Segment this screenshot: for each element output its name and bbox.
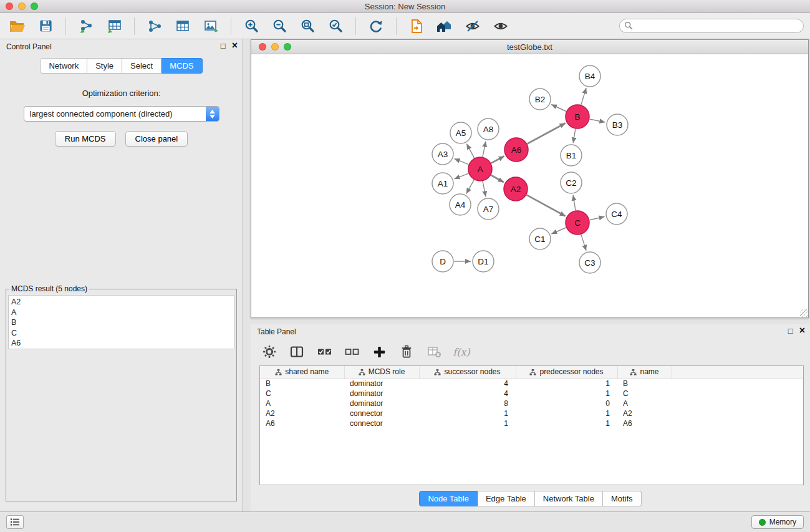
table-settings-button[interactable]: [261, 343, 278, 360]
graph-edge-C-C2[interactable]: [573, 195, 576, 210]
table-cell[interactable]: 4: [419, 379, 516, 389]
mcds-result-item[interactable]: A: [11, 307, 234, 318]
run-mcds-button[interactable]: Run MCDS: [55, 131, 116, 147]
graph-edge-A-A7[interactable]: [483, 181, 486, 197]
table-row[interactable]: A6connector11A6: [260, 418, 803, 428]
table-row[interactable]: Adominator80A: [260, 399, 803, 409]
table-cell[interactable]: 1: [516, 418, 617, 428]
network-zoom-button[interactable]: [284, 43, 291, 51]
graph-node-D[interactable]: D: [432, 251, 453, 272]
graph-node-A1[interactable]: A1: [432, 173, 453, 194]
graph-node-D1[interactable]: D1: [473, 251, 494, 272]
close-panel-button[interactable]: Close panel: [125, 131, 188, 147]
column-header-successor-nodes[interactable]: successor nodes: [419, 366, 516, 379]
zoom-fit-button[interactable]: [296, 16, 319, 37]
graph-edge-C-C4[interactable]: [590, 216, 605, 220]
export-table-button[interactable]: [171, 16, 194, 37]
graphics-details-button[interactable]: [461, 16, 484, 37]
graph-node-B3[interactable]: B3: [607, 114, 628, 135]
graph-node-A[interactable]: A: [468, 157, 492, 181]
criterion-dropdown[interactable]: largest connected component (directed): [24, 106, 219, 122]
table-cell[interactable]: 8: [419, 399, 516, 409]
float-table-panel-icon[interactable]: □: [788, 327, 793, 335]
export-network-button[interactable]: [143, 16, 166, 37]
table-cell[interactable]: connector: [344, 418, 419, 428]
table-cell[interactable]: C: [260, 389, 344, 399]
graph-edge-B-B4[interactable]: [581, 88, 586, 105]
mcds-result-item[interactable]: B: [11, 317, 234, 328]
function-builder-button[interactable]: f(x): [453, 343, 470, 360]
home-button[interactable]: [433, 16, 456, 37]
import-network-button[interactable]: [75, 16, 97, 37]
graph-node-B1[interactable]: B1: [561, 145, 582, 166]
graph-edge-A-A2[interactable]: [491, 175, 503, 182]
table-cell[interactable]: C: [617, 389, 672, 399]
graph-edge-A2-C[interactable]: [527, 195, 566, 216]
create-column-button[interactable]: [370, 343, 388, 360]
resize-grip[interactable]: [800, 309, 808, 317]
graph-node-A5[interactable]: A5: [450, 122, 471, 143]
table-cell[interactable]: dominator: [344, 379, 419, 389]
table-cell[interactable]: A6: [260, 418, 344, 428]
graph-node-A2[interactable]: A2: [504, 177, 528, 201]
mcds-result-item[interactable]: A6: [11, 338, 234, 349]
graph-node-C3[interactable]: C3: [579, 252, 600, 273]
column-header-predecessor-nodes[interactable]: predecessor nodes: [516, 366, 617, 379]
network-canvas[interactable]: B4B2BB3A5A8A6B1A3AC2A1A2A4A7C4CC1C3DD1: [251, 54, 808, 317]
graph-node-C2[interactable]: C2: [561, 172, 582, 193]
select-all-button[interactable]: [316, 343, 333, 360]
table-cell[interactable]: 1: [516, 379, 617, 389]
graph-node-A3[interactable]: A3: [432, 143, 453, 165]
graph-node-C4[interactable]: C4: [606, 203, 627, 225]
graph-edge-A-A3[interactable]: [455, 158, 469, 164]
graph-edge-B-B1[interactable]: [573, 129, 576, 143]
column-header-mcds-role[interactable]: MCDS role: [344, 366, 419, 379]
table-cell[interactable]: 1: [419, 409, 516, 418]
close-table-panel-icon[interactable]: ×: [799, 326, 805, 336]
open-session-button[interactable]: [6, 16, 29, 37]
tab-motifs[interactable]: Motifs: [603, 491, 642, 506]
table-cell[interactable]: 0: [516, 399, 617, 409]
graph-edge-A6-B[interactable]: [528, 123, 566, 144]
open-document-button[interactable]: [405, 16, 428, 37]
search-input[interactable]: [619, 19, 804, 33]
graph-edge-A-A8[interactable]: [483, 142, 486, 157]
table-cell[interactable]: B: [617, 379, 672, 389]
graph-node-B2[interactable]: B2: [529, 89, 551, 110]
column-header-name[interactable]: name: [617, 366, 672, 379]
mcds-result-item[interactable]: A2: [11, 297, 234, 307]
tab-node-table[interactable]: Node Table: [419, 491, 478, 506]
graph-node-A4[interactable]: A4: [450, 194, 471, 215]
tab-edge-table[interactable]: Edge Table: [478, 491, 535, 506]
memory-button[interactable]: Memory: [751, 515, 804, 529]
graph-node-B4[interactable]: B4: [579, 65, 600, 87]
table-cell[interactable]: A: [260, 399, 344, 409]
table-cell[interactable]: A2: [617, 409, 672, 418]
column-header-shared-name[interactable]: shared name: [260, 366, 344, 379]
show-columns-button[interactable]: [288, 343, 306, 360]
table-cell[interactable]: 1: [419, 418, 516, 428]
close-panel-icon[interactable]: ×: [232, 41, 238, 51]
delete-column-button[interactable]: [398, 343, 415, 360]
table-cell[interactable]: dominator: [344, 399, 419, 409]
tab-network[interactable]: Network: [40, 58, 87, 74]
show-hide-button[interactable]: [489, 16, 512, 37]
graph-edge-C-C3[interactable]: [581, 235, 586, 251]
deselect-all-button[interactable]: [343, 343, 360, 360]
graph-node-A6[interactable]: A6: [504, 138, 528, 162]
tab-mcds[interactable]: MCDS: [162, 58, 202, 74]
table-cell[interactable]: A: [617, 399, 672, 409]
graph-edge-B-B2[interactable]: [551, 105, 566, 112]
graph-node-A8[interactable]: A8: [478, 118, 499, 140]
graph-node-C[interactable]: C: [566, 211, 589, 235]
graph-edge-A-A6[interactable]: [491, 156, 504, 163]
network-close-button[interactable]: [259, 43, 266, 51]
tab-network-table[interactable]: Network Table: [535, 491, 603, 506]
table-cell[interactable]: 1: [516, 409, 617, 418]
delete-table-button[interactable]: [425, 343, 443, 360]
graph-node-C1[interactable]: C1: [529, 228, 551, 249]
table-row[interactable]: A2connector11A2: [260, 409, 803, 418]
table-cell[interactable]: connector: [344, 409, 419, 418]
close-window-button[interactable]: [6, 2, 13, 10]
tab-select[interactable]: Select: [122, 58, 162, 74]
